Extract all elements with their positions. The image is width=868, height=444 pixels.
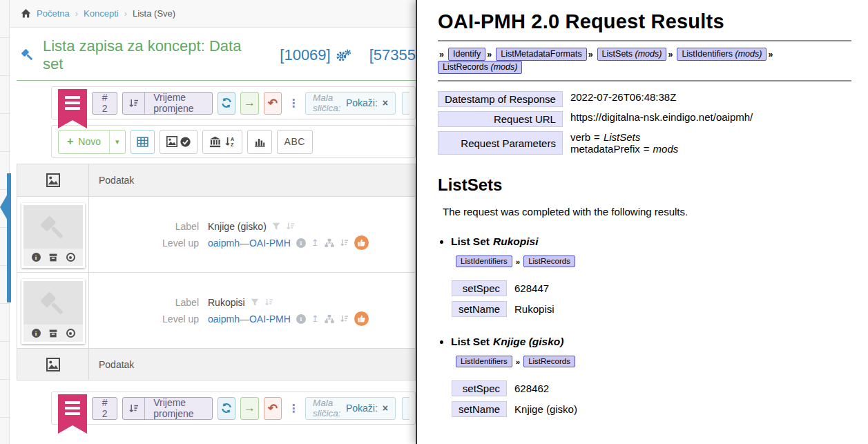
home-icon[interactable] [21,8,31,19]
filter-chip-value: Pokaži: [346,403,378,414]
records-table: Podatak Label [17,164,416,380]
archive-icon[interactable] [48,329,58,338]
sort-field-label: Vrijeme promjene [144,93,212,114]
more-options-icon[interactable]: ⋮ [287,97,300,110]
page-count-button[interactable]: # 2 [92,397,117,420]
refresh-button[interactable] [218,397,235,420]
info-icon[interactable] [296,314,306,324]
sort-order-button[interactable]: Vrijeme promjene [122,397,213,420]
set-link-listidentifiers[interactable]: ListIdentifiers [456,255,512,267]
undo-arrow-icon: ↶ [268,401,278,416]
oai-link-identify[interactable]: Identify [448,48,485,61]
set-link-listrecords[interactable]: ListRecords [523,356,575,367]
filter-funnel-icon[interactable] [272,222,280,231]
menu-ribbon-button[interactable] [58,394,87,434]
arrow-right-icon: → [244,96,255,110]
info-icon[interactable] [32,253,41,262]
record-row-knjige[interactable]: Label Knjige (gisko) Level up oaipmh—OAI… [17,196,415,272]
record-fields: Label Rukopisi Level up oaipmh—OAI-PMH ↥ [157,294,369,327]
set-title: List SetRukopisi [451,235,851,248]
set-links: ListIdentifiers » ListRecords [456,356,851,367]
set-link-listidentifiers[interactable]: ListIdentifiers [456,356,512,367]
set-key: setSpec [452,280,507,296]
panel-collapse-arrow-icon[interactable] [0,194,8,220]
oai-link-listrecords[interactable]: ListRecords (mods) [438,61,522,74]
sitemap-icon[interactable] [325,314,334,324]
concept-id-badge[interactable]: [10069] [280,46,330,64]
undo-button[interactable]: ↶ [264,397,282,420]
field-key-levelup: Level up [157,235,199,251]
sort-icon[interactable] [340,238,349,247]
level-up-arrow-icon[interactable]: ↥ [311,311,319,327]
result-message: The request was completed with the follo… [443,206,851,218]
next-page-button[interactable]: → [240,92,258,115]
remove-filter-icon[interactable]: × [383,403,388,414]
listsets-heading: ListSets [438,175,851,195]
info-icon[interactable] [32,329,41,338]
oai-nav-top: » Identify » ListMetadataFormats » ListS… [438,41,851,80]
remove-filter-icon[interactable]: × [383,97,388,108]
set-list: List SetRukopisi ListIdentifiers » ListR… [438,235,851,422]
breadcrumb-link-koncepti[interactable]: Koncepti [84,8,119,19]
thumbnail-filter-chip[interactable]: Mala sličica: Pokaži: × [305,397,396,420]
page-count-button[interactable]: # 2 [92,92,117,115]
more-options-icon[interactable]: ⋮ [287,402,300,415]
field-key-label: Label [157,218,199,235]
set-link-listrecords[interactable]: ListRecords [523,255,575,267]
grid-view-button[interactable] [131,130,155,154]
thumbs-up-badge-icon[interactable] [354,235,369,250]
breadcrumb-link-pocetna[interactable]: Početna [37,8,70,19]
menu-ribbon-button[interactable] [58,89,87,128]
record-thumbnail[interactable] [21,279,85,344]
target-icon[interactable] [66,329,75,338]
set-value: 628462 [507,380,577,396]
panel-resize-handle[interactable] [7,173,11,302]
refresh-icon [221,97,232,108]
nav-separator: » [588,50,593,59]
refresh-button[interactable] [218,92,235,115]
next-page-button[interactable]: → [240,397,258,420]
level-up-arrow-icon[interactable]: ↥ [311,235,319,251]
gears-icon[interactable] [336,49,351,62]
request-key: Request Parameters [438,131,563,155]
new-record-dropdown[interactable]: ▾ [109,131,125,153]
archive-icon[interactable] [48,253,58,262]
sitemap-icon[interactable] [325,238,334,248]
sort-icon[interactable] [286,222,295,231]
institution-sort-button[interactable] [202,130,242,154]
oai-link-listidentifiers[interactable]: ListIdentifiers (mods) [677,48,766,61]
thumbnail-filter-chip[interactable]: Mala sličica: Pokaži: × [305,92,396,115]
filter-funnel-icon[interactable] [251,298,259,307]
column-header-podatak: Podatak [99,175,134,186]
new-record-label[interactable]: +Novo [59,131,109,153]
abc-button[interactable]: ABC [277,130,313,154]
sort-icon[interactable] [340,314,349,323]
nav-separator: » [668,50,673,59]
info-icon[interactable] [296,238,306,248]
new-record-button[interactable]: +Novo ▾ [58,130,126,154]
levelup-link[interactable]: oaipmh—OAI-PMH [208,311,291,327]
oai-link-listmetadataformats[interactable]: ListMetadataFormats [496,48,586,61]
check-circle-icon [180,137,191,147]
record-thumbnail[interactable] [21,203,85,268]
image-select-button[interactable] [160,130,197,154]
undo-button[interactable]: ↶ [264,92,282,115]
undo-arrow-icon: ↶ [268,96,278,110]
filter-chip-partial[interactable] [402,397,409,420]
thumbs-up-badge-icon[interactable] [354,311,369,326]
sort-icon[interactable] [264,298,273,307]
filter-chip-partial[interactable] [402,92,409,115]
filter-chip-label: Mala sličica: [313,93,343,113]
levelup-link[interactable]: oaipmh—OAI-PMH [208,235,291,251]
image-column-icon [46,173,60,187]
record-id-badge[interactable]: [57355 [369,46,416,64]
sort-order-button[interactable]: Vrijeme promjene [122,92,213,115]
target-icon[interactable] [66,253,75,262]
breadcrumb: Početna › Koncepti › Lista (Sve) [0,0,416,28]
divider [438,80,851,81]
chart-button[interactable] [247,130,272,154]
record-row-rukopisi[interactable]: Label Rukopisi Level up oaipmh—OAI-PMH ↥ [17,272,415,348]
plus-icon: + [67,135,73,148]
sort-amount-icon [123,398,144,419]
oai-link-listsets[interactable]: ListSets (mods) [597,48,667,61]
